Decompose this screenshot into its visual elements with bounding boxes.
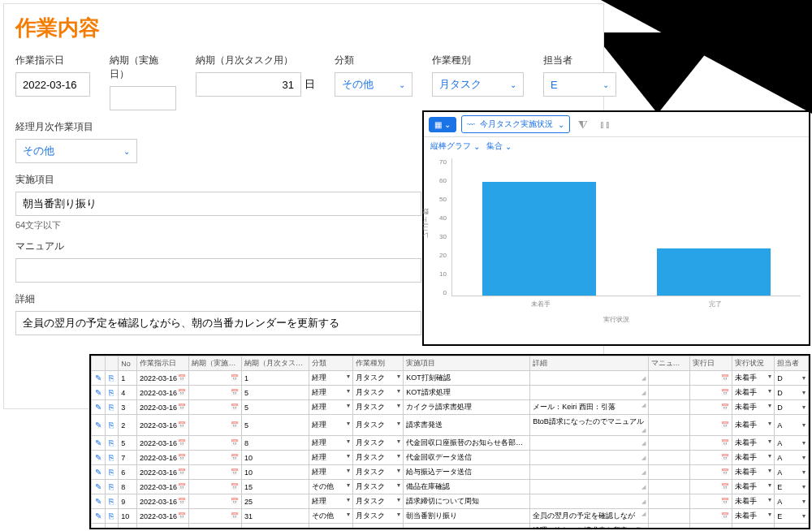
due-date-input[interactable]	[110, 86, 176, 110]
cell-manual[interactable]	[648, 415, 690, 436]
copy-icon[interactable]: ⎘	[105, 400, 119, 415]
copy-icon[interactable]: ⎘	[105, 509, 119, 524]
edit-icon[interactable]: ✎	[92, 451, 106, 465]
cell-manual[interactable]	[648, 465, 690, 480]
cell-status[interactable]: 未着手	[732, 415, 775, 436]
filter-icon[interactable]: ⧨	[575, 116, 591, 133]
chart-series-select[interactable]: 〰今月タスク実施状況⌄	[461, 115, 570, 133]
cell-category[interactable]: 経理	[309, 371, 352, 386]
cell-work-type[interactable]: 月タスク	[352, 451, 403, 465]
cell-assignee[interactable]: A	[775, 436, 809, 451]
edit-icon[interactable]: ✎	[92, 400, 106, 415]
cell-due-monthly[interactable]: 5	[241, 415, 309, 436]
cell-due[interactable]	[189, 415, 241, 436]
column-header[interactable]: 実行状況	[732, 356, 775, 371]
cell-date[interactable]: 2022-03-16	[137, 524, 189, 530]
cell-detail[interactable]	[530, 371, 648, 386]
cell-exec-date[interactable]	[690, 524, 732, 530]
cell-exec-date[interactable]	[690, 400, 732, 415]
cell-work-type[interactable]: 月タスク	[352, 415, 403, 436]
column-header[interactable]: 担当者	[775, 356, 809, 371]
column-header[interactable]: 詳細	[530, 356, 648, 371]
copy-icon[interactable]: ⎘	[105, 371, 119, 386]
cell-date[interactable]: 2022-03-16	[137, 509, 189, 524]
cell-category[interactable]: 経理	[309, 386, 352, 400]
cell-assignee[interactable]: A	[775, 415, 809, 436]
column-header[interactable]: 作業種別	[352, 356, 403, 371]
cell-due[interactable]	[189, 436, 241, 451]
cell-status[interactable]: 未着手	[732, 509, 775, 524]
cell-exec-date[interactable]	[690, 509, 732, 524]
cell-detail[interactable]	[530, 436, 648, 451]
edit-icon[interactable]: ✎	[92, 415, 106, 436]
cell-exec-date[interactable]	[690, 480, 732, 494]
cell-exec-item[interactable]: 朝当番割り振り	[404, 509, 530, 524]
edit-icon[interactable]: ✎	[92, 371, 106, 386]
cell-exec-date[interactable]	[690, 436, 732, 451]
cell-status[interactable]: 未着手	[732, 494, 775, 509]
cell-status[interactable]: 未着手	[732, 465, 775, 480]
cell-due-monthly[interactable]: 5	[241, 400, 309, 415]
cell-exec-date[interactable]	[690, 415, 732, 436]
cell-due[interactable]	[189, 451, 241, 465]
detail-input[interactable]	[15, 311, 421, 335]
cell-assignee[interactable]: D	[775, 400, 809, 415]
cell-due-monthly[interactable]: 31	[241, 524, 309, 530]
cell-work-type[interactable]: 月タスク	[352, 400, 403, 415]
copy-icon[interactable]: ⎘	[105, 415, 119, 436]
cell-date[interactable]: 2022-03-16	[137, 436, 189, 451]
edit-icon[interactable]: ✎	[92, 524, 106, 530]
cell-exec-date[interactable]	[690, 451, 732, 465]
copy-icon[interactable]: ⎘	[105, 436, 119, 451]
cell-exec-item[interactable]: 給与振込データ送信	[404, 465, 530, 480]
cell-status[interactable]: 未着手	[732, 386, 775, 400]
cell-due[interactable]	[189, 494, 241, 509]
cell-work-type[interactable]: 月タスク	[352, 494, 403, 509]
cell-exec-date[interactable]	[690, 386, 732, 400]
column-header[interactable]: 実施項目	[404, 356, 530, 371]
cell-due[interactable]	[189, 480, 241, 494]
cell-work-type[interactable]: 月タスク	[352, 371, 403, 386]
cell-due-monthly[interactable]: 10	[241, 451, 309, 465]
cell-due-monthly[interactable]: 31	[241, 509, 309, 524]
column-header[interactable]: 作業指示日	[137, 356, 189, 371]
copy-icon[interactable]: ⎘	[105, 524, 119, 530]
edit-icon[interactable]: ✎	[92, 509, 106, 524]
cell-exec-item[interactable]: 請求書発送	[404, 415, 530, 436]
cell-exec-item[interactable]: カイクラ請求書処理	[404, 400, 530, 415]
column-header[interactable]: 分類	[309, 356, 352, 371]
cell-exec-item[interactable]: KOT打刻確認	[404, 371, 530, 386]
cell-assignee[interactable]: E	[775, 509, 809, 524]
cell-category[interactable]: 経理	[309, 465, 352, 480]
column-header[interactable]: 納期（実施日）	[189, 356, 241, 371]
cell-work-type[interactable]: 月タスク	[352, 386, 403, 400]
cell-due[interactable]	[189, 386, 241, 400]
cell-manual[interactable]	[648, 451, 690, 465]
edit-icon[interactable]: ✎	[92, 480, 106, 494]
monthly-item-select[interactable]: その他⌄	[15, 139, 137, 163]
category-select[interactable]: その他⌄	[335, 72, 412, 97]
cell-detail[interactable]: BtoB請求になったのでマニュアル	[530, 415, 648, 436]
instruction-date-input[interactable]	[15, 72, 90, 97]
copy-icon[interactable]: ⎘	[105, 451, 119, 465]
cell-date[interactable]: 2022-03-16	[137, 480, 189, 494]
cell-detail[interactable]	[530, 451, 648, 465]
cell-assignee[interactable]: D	[775, 524, 809, 530]
cell-detail[interactable]	[530, 480, 648, 494]
cell-manual[interactable]	[648, 524, 690, 530]
cell-category[interactable]: その他	[309, 509, 352, 524]
cell-assignee[interactable]: D	[775, 371, 809, 386]
cell-manual[interactable]	[648, 436, 690, 451]
cell-manual[interactable]	[648, 386, 690, 400]
cell-exec-item[interactable]: KOT請求処理	[404, 386, 530, 400]
cell-exec-item[interactable]: 請求書収納	[404, 524, 530, 530]
cell-assignee[interactable]: A	[775, 465, 809, 480]
due-monthly-input[interactable]	[196, 72, 301, 97]
cell-date[interactable]: 2022-03-16	[137, 494, 189, 509]
cell-assignee[interactable]: E	[775, 480, 809, 494]
cell-exec-date[interactable]	[690, 494, 732, 509]
cell-date[interactable]: 2022-03-16	[137, 386, 189, 400]
cell-manual[interactable]	[648, 400, 690, 415]
cell-category[interactable]: その他	[309, 480, 352, 494]
cell-due-monthly[interactable]: 8	[241, 436, 309, 451]
